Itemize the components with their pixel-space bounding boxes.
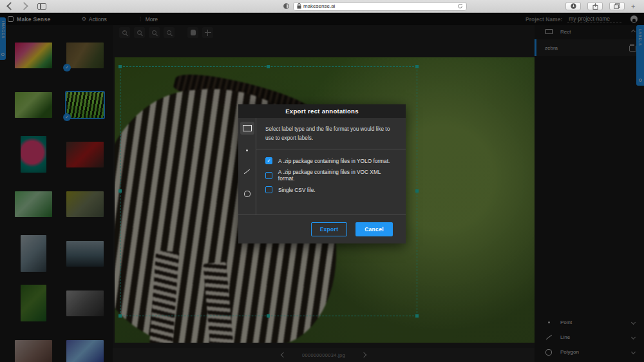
dialog-header: Export rect annotations	[238, 104, 406, 118]
dialog-content: Select label type and the file format yo…	[256, 118, 406, 214]
rect-type-button[interactable]	[240, 122, 254, 135]
lock-icon	[297, 3, 301, 9]
tab-overview-button[interactable]	[609, 2, 625, 10]
point-icon	[246, 149, 248, 151]
cancel-button[interactable]: Cancel	[355, 222, 393, 236]
content-blocker-icon[interactable]	[283, 3, 289, 9]
line-icon	[244, 169, 251, 175]
browser-actions: +	[565, 2, 640, 10]
url-text: makesense.ai	[303, 3, 335, 9]
browser-chrome: makesense.ai	[0, 0, 644, 13]
label-type-rail	[238, 118, 256, 214]
browser-forward-icon[interactable]	[20, 2, 28, 10]
browser-back-icon[interactable]	[6, 2, 15, 10]
screenshot-root: makesense.ai	[0, 0, 644, 362]
export-options: ✓A .zip package containing files in YOLO…	[265, 157, 397, 193]
dialog-footer: Export Cancel	[238, 214, 406, 243]
rect-icon	[243, 125, 252, 131]
polygon-icon	[244, 191, 251, 197]
option-label: A .zip package containing files in YOLO …	[278, 158, 390, 164]
line-type-button[interactable]	[240, 166, 254, 178]
download-icon	[571, 3, 576, 9]
dialog-description: Select label type and the file format yo…	[265, 124, 397, 142]
point-type-button[interactable]	[240, 144, 254, 157]
checkbox-unchecked[interactable]	[265, 172, 272, 179]
browser-sidebar-icon[interactable]	[37, 3, 46, 10]
option-label: A .zip package containing files in VOC X…	[278, 169, 397, 182]
tabs-icon	[614, 3, 620, 9]
export-option[interactable]: ✓A .zip package containing files in YOLO…	[265, 157, 397, 164]
option-label: Single CSV file.	[278, 187, 316, 193]
address-bar[interactable]: makesense.ai	[293, 2, 467, 11]
checkbox-checked[interactable]: ✓	[265, 157, 272, 164]
divider	[256, 149, 406, 149]
new-tab-button[interactable]: +	[631, 3, 640, 10]
export-button[interactable]: Export	[311, 222, 347, 236]
share-icon	[592, 3, 598, 10]
export-dialog: Export rect annotations Select label typ…	[238, 104, 406, 243]
share-button[interactable]	[587, 2, 603, 10]
polygon-type-button[interactable]	[240, 187, 254, 200]
checkbox-unchecked[interactable]	[265, 186, 272, 193]
export-option[interactable]: A .zip package containing files in VOC X…	[265, 169, 397, 182]
downloads-button[interactable]	[565, 2, 581, 10]
export-option[interactable]: Single CSV file.	[265, 186, 397, 193]
dialog-body: Select label type and the file format yo…	[238, 118, 406, 214]
dialog-title: Export rect annotations	[285, 108, 359, 115]
refresh-icon[interactable]	[457, 3, 463, 9]
